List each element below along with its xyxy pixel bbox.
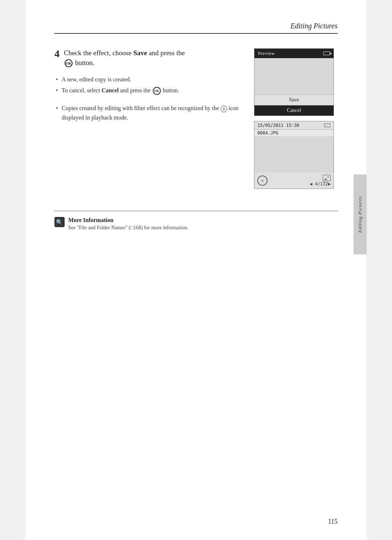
side-tab-label: Editing Pictures <box>357 196 363 233</box>
bullet-list-top: A new, edited copy is created. To cancel… <box>54 75 240 95</box>
camera-screen-playback: 15/05/2011 15:30 0004.JPG ⊙ ◀ 4/132▶ <box>254 121 334 189</box>
step-title-bold: Save <box>133 49 147 57</box>
filename-label: 0004.JPG <box>254 130 334 136</box>
magnifier-icon: 🔍 <box>56 219 63 226</box>
book-ref-icon: □ <box>130 225 133 230</box>
camera-mode-icon: ⊙ <box>257 176 268 186</box>
battery-icon <box>323 52 330 55</box>
filter-icon: ⊕ <box>221 106 227 112</box>
page-header-title: Editing Pictures <box>290 22 338 30</box>
save-menu-item[interactable]: Save <box>254 95 334 105</box>
camera-screen-footer: Save Cancel <box>254 94 334 116</box>
battery-icon-2 <box>324 124 331 127</box>
more-info-content: More Information See "File and Folder Na… <box>68 217 188 231</box>
image-type-icon <box>323 175 331 181</box>
cancel-menu-item[interactable]: Cancel <box>254 105 334 116</box>
playback-screen-header: 15/05/2011 15:30 <box>254 121 334 130</box>
camera-screen-header: Preview <box>254 49 334 58</box>
main-content: 4 Check the effect, choose Save and pres… <box>54 48 338 189</box>
ok-button-icon: OK <box>65 59 73 67</box>
step-heading: 4 Check the effect, choose Save and pres… <box>54 48 240 68</box>
frame-counter: ◀ 4/132▶ <box>310 181 331 186</box>
preview-label: Preview <box>258 51 275 56</box>
bullet-list-bottom: Copies created by editing with filter ef… <box>54 104 240 122</box>
step-title-pre: Check the effect, choose <box>64 49 133 57</box>
bullet-item-1: A new, edited copy is created. <box>54 75 240 84</box>
camera-screen-menu: Preview Save Cancel <box>254 48 334 116</box>
ok-button-icon-2: OK <box>153 87 161 95</box>
step-title-post: and press the <box>147 49 185 57</box>
page-ref: 168 <box>134 225 141 230</box>
more-info-title: More Information <box>68 217 188 223</box>
playback-screen-body <box>254 136 334 173</box>
bullet-text-1: A new, edited copy is created. <box>62 76 131 82</box>
bullet-text-2-pre: To cancel, select <box>62 87 102 93</box>
datetime-label: 15/05/2011 15:30 <box>257 123 299 128</box>
page-number: 115 <box>328 518 338 525</box>
page-header: Editing Pictures <box>54 22 338 34</box>
more-info-section: 🔍 More Information See "File and Folder … <box>54 211 338 231</box>
page: Editing Pictures Editing Pictures 4 Chec… <box>25 0 367 540</box>
left-column: 4 Check the effect, choose Save and pres… <box>54 48 240 189</box>
bullet-item-2: To cancel, select Cancel and press the O… <box>54 86 240 95</box>
bullet-text-2-end: button. <box>162 87 179 93</box>
frame-info: ◀ 4/132▶ <box>310 175 331 186</box>
step-title: Check the effect, choose Save and press … <box>64 48 185 68</box>
bullet-bottom-pre: Copies created by editing with filter ef… <box>62 105 221 111</box>
more-info-text: See "File and Folder Names" (□168) for m… <box>68 225 188 231</box>
more-info-text-post: ) for more information. <box>141 225 188 230</box>
playback-screen-footer: ⊙ ◀ 4/132▶ <box>254 173 334 189</box>
side-tab: Editing Pictures <box>354 174 367 254</box>
camera-screen-body <box>254 58 334 94</box>
step-subtitle: button. <box>75 59 94 67</box>
bullet-text-2-bold: Cancel <box>102 87 119 93</box>
right-column: Preview Save Cancel 15/05/2011 15:30 000… <box>254 48 338 189</box>
more-info-icon: 🔍 <box>54 217 65 227</box>
step-number: 4 <box>54 48 60 68</box>
more-info-text-pre: See "File and Folder Names" ( <box>68 225 130 230</box>
bullet-item-bottom: Copies created by editing with filter ef… <box>54 104 240 122</box>
bullet-text-2-post: and press the <box>119 87 152 93</box>
